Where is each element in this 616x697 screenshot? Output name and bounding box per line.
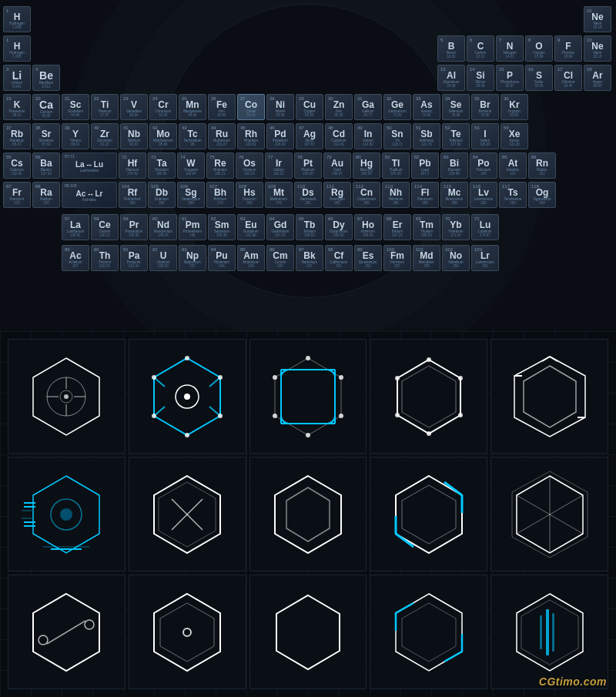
svg-rect-97 [546,609,549,655]
element-Mo: 42MoMolybdenum95.96 [149,123,177,149]
element-Ne2: 10 Ne Neon 20.18 [584,35,611,62]
element-Xe: 54XeXenon131.29 [500,123,528,149]
element-Tm: 69TmThulium168.93 [413,214,440,240]
element-Pm: 61PmPromethium145 [179,214,206,240]
element-B: 5 B Boron 10.81 [437,35,465,62]
element-Cr: 24CrChromium52.00 [149,94,177,120]
element-Eu: 63EuEuropium151.96 [237,214,265,240]
hex-icons-section [0,331,616,697]
element-Sm: 62SmSamarium150.36 [208,214,236,240]
svg-point-34 [306,433,310,437]
element-Ar: 18 Ar Argon 39.95 [584,65,611,91]
periodic-row-3: 3 Li Lithium 6.941 4 Be Beryllium 9.012 … [3,65,613,92]
periodic-row-5: 37RbRubidium85.47 38SrStrontium87.62 39Y… [3,123,613,151]
hex-item-4 [370,339,487,454]
svg-rect-22 [281,370,335,424]
svg-line-48 [542,357,550,361]
svg-rect-98 [552,613,554,652]
element-U: 92UUranium238.03 [149,245,177,271]
svg-marker-100 [521,600,578,665]
svg-marker-87 [160,603,214,662]
svg-line-79 [517,514,550,534]
element-Ag: 47AgSilver107.87 [296,123,323,149]
element-Os: 76OsOsmium190.23 [236,152,263,179]
svg-point-59 [60,508,72,521]
element-Th: 90ThThorium232.04 [91,245,119,271]
hex-item-5 [490,339,608,454]
element-Og: 118OgOganesson294 [528,182,556,208]
element-Cn: 112CnCopernicum285 [353,182,380,208]
element-Ni: 28NiNickel58.69 [266,94,294,120]
hex-item-6 [8,457,126,571]
element-Nb: 41NbNiobium92.91 [120,123,148,149]
element-Zr: 40ZrZirconium91.22 [91,123,119,149]
svg-marker-96 [517,594,583,671]
element-Rf: 104RfRutherford265 [119,182,146,208]
element-H2: 1 H Hydrogen 1.008 [3,35,31,62]
element-Pt: 78PtPlatinum195.08 [294,152,322,179]
element-Be: 4 Be Beryllium 9.012 [32,65,60,91]
element-Bi: 83BiBismuth208.98 [440,152,468,179]
hex-item-7 [129,457,246,571]
element-Ge: 32GeGermanium72.63 [383,94,411,120]
svg-rect-99 [540,615,542,649]
element-In: 49InIndium114.82 [354,123,382,149]
svg-point-15 [185,356,189,360]
element-Cu: 29CuCopper63.55 [296,94,323,120]
element-Ir: 77IrIridium192.22 [265,152,293,179]
svg-point-88 [183,628,191,636]
watermark: CGtimo.com [539,675,607,688]
element-Re: 75ReRhenium186.21 [206,152,234,179]
svg-marker-45 [514,357,585,437]
element-Cs: 55CsCaesium132.91 [3,152,31,179]
svg-point-20 [152,375,156,380]
element-Np: 93NpNeptunium237 [179,245,206,271]
svg-point-17 [218,414,223,418]
svg-line-76 [550,495,583,514]
element-Fm: 100FmFermium257 [383,245,411,271]
element-Kr: 36KrKrypton83.80 [500,94,528,120]
svg-marker-95 [402,603,456,662]
periodic-row-4: 19KPotassium39.10 20CaCalcium40.08 21ScS… [3,94,613,122]
svg-point-18 [185,433,189,437]
svg-point-84 [85,620,94,629]
element-Ca: 20CaCalcium40.08 [32,94,60,120]
element-Se: 34SeSelenium78.96 [442,94,470,120]
svg-line-47 [550,357,557,361]
hex-item-8 [249,457,367,571]
element-Md: 101MdMendelev.258 [413,245,440,271]
periodic-row-2: 1 H Hydrogen 1.008 5 B Boron 10.81 6 C C… [3,35,613,63]
element-P: 15 P Phosphorus 30.97 [496,65,524,91]
svg-line-91 [396,603,413,613]
hex-item-14 [370,575,487,689]
element-Lr: 103LrLawrencium262 [471,245,499,271]
element-Pb: 82PbLead207.2 [411,152,439,179]
element-C: 6 C Carbon 12.01 [467,35,494,62]
element-Ru: 44RuRuthenium101.07 [208,123,236,149]
element-Pd: 46PdPalladium106.42 [266,123,294,149]
svg-marker-69 [402,485,456,544]
svg-point-42 [427,431,431,436]
element-Po: 84PoPolonium209 [470,152,497,179]
element-Zn: 30ZnZinc65.38 [325,94,353,120]
element-Hf: 72HfHafnium178.49 [119,152,146,179]
element-Li: 3 Li Lithium 6.941 [3,65,31,91]
element-Pr: 59PrPraseodym140.91 [120,214,148,240]
hex-item-10 [490,457,608,571]
element-F: 9 F Fluorine 18.99 [554,35,582,62]
element-Co: 27CoCobalt58.93 [237,94,265,120]
hex-item-11 [8,575,126,689]
hex-item-12 [129,575,246,689]
svg-line-77 [550,514,583,534]
element-Yb: 70YbYtterbium173.04 [442,214,470,240]
svg-point-32 [339,375,343,380]
element-Mc: 115McMoscovium288 [440,182,468,208]
element-Es: 99EsEinsteinium252 [354,245,382,271]
svg-point-83 [38,635,48,645]
element-Ti: 22TiTitanium47.87 [91,94,119,120]
element-As: 33AsArsenic74.92 [413,94,440,120]
element-Gd: 64GdGadolinium157.25 [266,214,294,240]
element-Y: 39YYttrium88.91 [62,123,89,149]
element-Ds: 110DsDarmstadt281 [294,182,322,208]
svg-marker-86 [154,594,220,671]
